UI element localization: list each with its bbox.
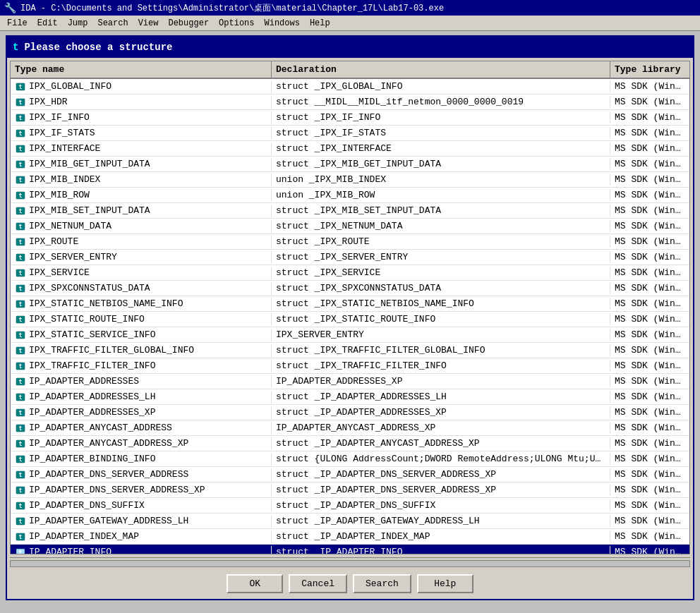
menu-windows[interactable]: Windows	[260, 17, 304, 30]
cell-library: MS SDK (Windows	[610, 251, 689, 263]
cell-type-name: t IPX_IF_STATS	[11, 127, 272, 140]
table-row[interactable]: t IPX_GLOBAL_INFO struct _IPX_GLOBAL_INF…	[11, 79, 689, 95]
cell-declaration: IPX_SERVER_ENTRY	[272, 329, 610, 341]
svg-text:t: t	[19, 363, 23, 370]
table-row[interactable]: t IP_ADAPTER_ANYCAST_ADDRESS IP_ADAPTER_…	[11, 420, 689, 436]
cell-declaration: struct _IP_ADAPTER_DNS_SERVER_ADDRESS_XP	[272, 468, 610, 480]
cell-declaration: struct _IPX_GLOBAL_INFO	[272, 80, 610, 92]
cell-declaration: struct _IPX_SERVER_ENTRY	[272, 251, 610, 263]
menu-jump[interactable]: Jump	[64, 17, 92, 30]
cell-library: MS SDK (Windows	[610, 267, 689, 279]
svg-text:t: t	[19, 332, 23, 339]
svg-text:t: t	[19, 456, 23, 463]
help-button[interactable]: Help	[417, 574, 473, 593]
table-row[interactable]: t IPX_TRAFFIC_FILTER_INFO struct _IPX_TR…	[11, 358, 689, 374]
struct-icon: t	[15, 159, 26, 170]
table-row[interactable]: t IP_ADAPTER_DNS_SERVER_ADDRESS struct _…	[11, 467, 689, 482]
table-row[interactable]: t IP_ADAPTER_BINDING_INFO struct {ULONG …	[11, 451, 689, 467]
table-body[interactable]: t IPX_GLOBAL_INFO struct _IPX_GLOBAL_INF…	[11, 79, 689, 554]
cell-declaration: struct _IPX_SERVICE	[272, 267, 610, 279]
cell-library: MS SDK (Windows	[610, 282, 689, 294]
table-row[interactable]: t IP_ADAPTER_INFO struct _IP_ADAPTER_INF…	[11, 545, 689, 554]
window-title: IDA - C:\Documents and Settings\Administ…	[20, 2, 444, 14]
table-row[interactable]: t IP_ADAPTER_ADDRESSES_XP struct _IP_ADA…	[11, 405, 689, 420]
table-row[interactable]: t IPX_SPXCONNSTATUS_DATA struct _IPX_SPX…	[11, 281, 689, 296]
cell-declaration: struct _IPX_INTERFACE	[272, 142, 610, 154]
table-row[interactable]: t IPX_MIB_GET_INPUT_DATA struct _IPX_MIB…	[11, 157, 689, 172]
table-row[interactable]: t IPX_IF_STATS struct _IPX_IF_STATS MS S…	[11, 126, 689, 141]
svg-text:t: t	[19, 441, 23, 447]
table-row[interactable]: t IP_ADAPTER_INDEX_MAP struct _IP_ADAPTE…	[11, 529, 689, 545]
struct-icon: t	[15, 360, 26, 372]
cell-library: MS SDK (Windows	[610, 329, 689, 341]
ok-button[interactable]: OK	[227, 574, 283, 593]
svg-text:t: t	[19, 301, 23, 308]
cell-library: MS SDK (Windows	[610, 437, 689, 449]
table-row[interactable]: t IPX_ROUTE struct _IPX_ROUTE MS SDK (Wi…	[11, 234, 689, 250]
menu-file[interactable]: File	[3, 17, 32, 30]
cell-library: MS SDK (Windows	[610, 80, 689, 92]
cell-type-name: t IP_ADAPTER_DNS_SUFFIX	[11, 499, 272, 512]
struct-icon: t	[15, 485, 26, 496]
table-row[interactable]: t IPX_SERVER_ENTRY struct _IPX_SERVER_EN…	[11, 250, 689, 265]
cell-type-name: t IP_ADAPTER_ADDRESSES_LH	[11, 391, 272, 403]
col-type-name: Type name	[11, 61, 272, 78]
struct-icon: t	[15, 298, 26, 310]
table-row[interactable]: t IP_ADAPTER_ANYCAST_ADDRESS_XP struct _…	[11, 436, 689, 451]
struct-icon: t	[15, 252, 26, 263]
menu-edit[interactable]: Edit	[33, 17, 62, 30]
table-row[interactable]: t IPX_STATIC_SERVICE_INFO IPX_SERVER_ENT…	[11, 327, 689, 343]
menu-help[interactable]: Help	[306, 17, 334, 30]
table-row[interactable]: t IP_ADAPTER_ADDRESSES_LH struct _IP_ADA…	[11, 389, 689, 405]
svg-text:t: t	[19, 239, 23, 245]
menu-debugger[interactable]: Debugger	[164, 17, 213, 30]
menu-view[interactable]: View	[134, 17, 163, 30]
menu-options[interactable]: Options	[215, 17, 258, 30]
cell-library: MS SDK (Windows	[610, 344, 689, 356]
svg-text:t: t	[19, 379, 23, 385]
struct-icon: t	[15, 376, 26, 387]
cell-declaration: struct _IP_ADAPTER_DNS_SUFFIX	[272, 499, 610, 511]
svg-text:t: t	[19, 472, 23, 478]
struct-icon: t	[15, 531, 26, 542]
menu-search[interactable]: Search	[93, 17, 132, 30]
table-row[interactable]: t IPX_IF_INFO struct _IPX_IF_INFO MS SDK…	[11, 110, 689, 126]
table-row[interactable]: t IPX_MIB_ROW union _IPX_MIB_ROW MS SDK …	[11, 188, 689, 203]
table-row[interactable]: t IPX_HDR struct __MIDL__MIDL_itf_netmon…	[11, 95, 689, 110]
table-row[interactable]: t IP_ADAPTER_GATEWAY_ADDRESS_LH struct _…	[11, 514, 689, 529]
cell-declaration: struct _IPX_TRAFFIC_FILTER_GLOBAL_INFO	[272, 344, 610, 356]
table-row[interactable]: t IPX_NETNUM_DATA struct _IPX_NETNUM_DAT…	[11, 219, 689, 234]
table-row[interactable]: t IPX_STATIC_ROUTE_INFO struct _IPX_STAT…	[11, 312, 689, 327]
table-row[interactable]: t IPX_MIB_SET_INPUT_DATA struct _IPX_MIB…	[11, 203, 689, 219]
svg-text:t: t	[19, 84, 23, 90]
cancel-button[interactable]: Cancel	[289, 574, 347, 593]
cell-type-name: t IPX_GLOBAL_INFO	[11, 80, 272, 93]
cell-type-name: t IPX_MIB_INDEX	[11, 174, 272, 186]
table-row[interactable]: t IPX_INTERFACE struct _IPX_INTERFACE MS…	[11, 141, 689, 157]
cell-library: MS SDK (Windows	[610, 546, 689, 554]
cell-declaration: struct _IP_ADAPTER_ANYCAST_ADDRESS_XP	[272, 437, 610, 449]
table-row[interactable]: t IP_ADAPTER_DNS_SUFFIX struct _IP_ADAPT…	[11, 498, 689, 514]
cell-library: MS SDK (Windows	[610, 158, 689, 170]
cell-declaration: struct _IP_ADAPTER_INDEX_MAP	[272, 530, 610, 542]
app-icon: 🔧	[4, 2, 16, 14]
cell-library: MS SDK (Windows	[610, 313, 689, 325]
struct-icon: t	[15, 500, 26, 511]
cell-declaration: struct _IPX_TRAFFIC_FILTER_INFO	[272, 360, 610, 372]
table-row[interactable]: t IPX_TRAFFIC_FILTER_GLOBAL_INFO struct …	[11, 343, 689, 358]
table-row[interactable]: t IPX_STATIC_NETBIOS_NAME_INFO struct _I…	[11, 296, 689, 312]
table-row[interactable]: t IP_ADAPTER_ADDRESSES IP_ADAPTER_ADDRES…	[11, 374, 689, 389]
struct-icon: t	[15, 454, 26, 465]
svg-text:t: t	[19, 193, 23, 199]
cell-library: MS SDK (Windows	[610, 127, 689, 139]
table-row[interactable]: t IP_ADAPTER_DNS_SERVER_ADDRESS_XP struc…	[11, 482, 689, 498]
table-row[interactable]: t IPX_SERVICE struct _IPX_SERVICE MS SDK…	[11, 265, 689, 281]
cell-declaration: struct _IPX_STATIC_ROUTE_INFO	[272, 313, 610, 325]
cell-declaration: struct _IP_ADAPTER_ADDRESSES_LH	[272, 391, 610, 403]
cell-type-name: t IP_ADAPTER_ADDRESSES_XP	[11, 406, 272, 419]
svg-text:t: t	[19, 286, 23, 292]
search-button[interactable]: Search	[353, 574, 411, 593]
horizontal-scrollbar[interactable]	[10, 557, 690, 569]
table-row[interactable]: t IPX_MIB_INDEX union _IPX_MIB_INDEX MS …	[11, 172, 689, 188]
cell-type-name: t IP_ADAPTER_INFO	[11, 546, 272, 555]
